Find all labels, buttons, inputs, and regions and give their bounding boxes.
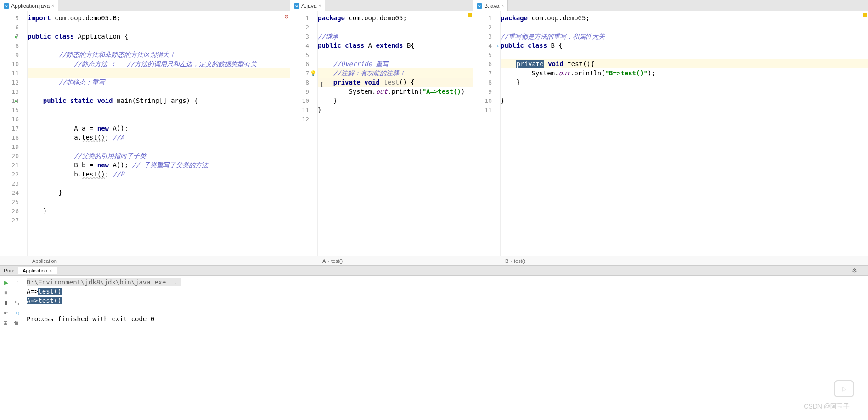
play-overlay-icon: ▷: [834, 380, 854, 397]
chevron-right-icon: ›: [510, 258, 512, 264]
code-content[interactable]: import com.oop.demo05.B;public class App…: [28, 11, 290, 256]
java-class-icon: C: [477, 3, 482, 9]
tab-bar: C A.java ×: [290, 0, 473, 11]
editor-panel-a: C A.java × 1234567💡89101112 I package co…: [290, 0, 473, 265]
stop-icon[interactable]: ■: [4, 289, 7, 296]
run-header: Run: Application × ⚙ —: [0, 266, 868, 276]
breadcrumb-item[interactable]: test(): [514, 258, 525, 264]
down-icon[interactable]: ↓: [16, 289, 18, 296]
selected-text: A=>test(): [27, 297, 62, 304]
console-output[interactable]: D:\Environment\jdk8\jdk\bin\java.exe ...…: [23, 276, 868, 420]
run-tab-application[interactable]: Application ×: [18, 267, 57, 274]
exit-icon[interactable]: ⇤: [4, 310, 8, 316]
layout-icon[interactable]: ⊞: [3, 320, 8, 326]
tab-label: A.java: [301, 3, 316, 9]
tab-b-java[interactable]: C B.java ×: [473, 0, 508, 11]
gear-icon[interactable]: ⚙: [852, 267, 857, 274]
console-command: D:\Environment\jdk8\jdk\bin\java.exe ...: [27, 278, 864, 287]
breadcrumb-item[interactable]: Application: [32, 258, 57, 264]
editor-split-row: C Application.java × ⊖ 567▶891011121314▶…: [0, 0, 868, 265]
code-content[interactable]: package com.oop.demo05;//重写都是方法的重写，和属性无关…: [501, 11, 868, 256]
tab-label: Application.java: [11, 3, 50, 9]
code-area[interactable]: 1234⬇567891011 package com.oop.demo05;//…: [473, 11, 868, 256]
breadcrumb-item[interactable]: test(): [331, 258, 343, 264]
console-output-line: A=>test(): [27, 287, 864, 296]
override-icon[interactable]: ⬇: [496, 43, 499, 48]
breadcrumb[interactable]: Application: [0, 256, 290, 265]
close-icon[interactable]: ×: [501, 3, 504, 8]
trash-icon[interactable]: 🗑: [14, 320, 19, 326]
java-class-icon: C: [294, 3, 299, 9]
up-icon[interactable]: ↑: [16, 279, 19, 286]
run-toolbar: ▶↑ ■↓ ⏸⇆ ⇤⎙ ⊞🗑: [0, 276, 23, 420]
rerun-icon[interactable]: ▶: [4, 279, 8, 286]
wrap-icon[interactable]: ⇆: [15, 300, 19, 306]
tab-application-java[interactable]: C Application.java ×: [0, 0, 58, 11]
breadcrumb-item[interactable]: A: [322, 258, 326, 264]
code-area[interactable]: 1234567💡89101112 I package com.oop.demo0…: [290, 11, 473, 256]
tab-label: B.java: [484, 3, 499, 9]
tab-bar: C B.java ×: [473, 0, 868, 11]
close-icon[interactable]: ×: [49, 268, 52, 273]
selected-text: test(): [38, 288, 62, 295]
code-area[interactable]: ⊖ 567▶891011121314▶151617181920212223242…: [0, 11, 290, 256]
breadcrumb-item[interactable]: B: [505, 258, 508, 264]
run-label: Run:: [0, 268, 18, 273]
editor-panel-application: C Application.java × ⊖ 567▶891011121314▶…: [0, 0, 290, 265]
gutter: 1234⬇567891011: [473, 11, 501, 256]
text-cursor-icon: I: [321, 81, 323, 89]
bulb-icon[interactable]: 💡: [310, 70, 316, 76]
breadcrumb[interactable]: B › test(): [473, 256, 868, 265]
watermark: CSDN @阿玉子: [804, 403, 850, 411]
java-class-icon: C: [4, 3, 9, 9]
pause-icon[interactable]: ⏸: [3, 300, 9, 306]
console-output-line: A=>test(): [27, 296, 864, 305]
code-content[interactable]: I package com.oop.demo05;//继承public clas…: [318, 11, 473, 256]
run-gutter-icon[interactable]: ▶: [15, 98, 17, 103]
run-header-actions: ⚙ —: [852, 267, 868, 274]
run-body: ▶↑ ■↓ ⏸⇆ ⇤⎙ ⊞🗑 D:\Environment\jdk8\jdk\b…: [0, 276, 868, 420]
console-exit: Process finished with exit code 0: [27, 314, 864, 324]
print-icon[interactable]: ⎙: [16, 310, 19, 316]
chevron-right-icon: ›: [327, 258, 329, 264]
tab-bar: C Application.java ×: [0, 0, 290, 11]
close-icon[interactable]: ×: [51, 3, 54, 8]
gutter: 1234567💡89101112: [290, 11, 318, 256]
console-blank: [27, 305, 864, 314]
breadcrumb[interactable]: A › test(): [290, 256, 473, 265]
run-tool-window: Run: Application × ⚙ — ▶↑ ■↓ ⏸⇆ ⇤⎙ ⊞🗑 D:…: [0, 265, 868, 420]
gutter: 567▶891011121314▶15161718192021222324252…: [0, 11, 28, 256]
close-icon[interactable]: ×: [318, 3, 321, 8]
minimize-icon[interactable]: —: [859, 267, 864, 274]
run-tab-label: Application: [23, 268, 47, 273]
tab-a-java[interactable]: C A.java ×: [290, 0, 325, 11]
run-gutter-icon[interactable]: ▶: [15, 34, 17, 39]
editor-panel-b: C B.java × 1234⬇567891011 package com.oo…: [473, 0, 868, 265]
